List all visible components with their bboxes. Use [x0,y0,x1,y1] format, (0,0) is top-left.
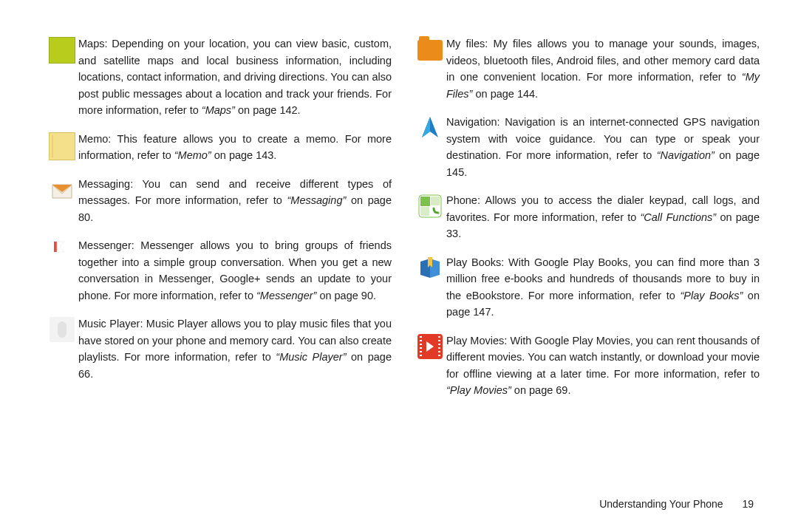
page-number: 19 [742,498,754,510]
svg-marker-4 [422,117,430,137]
cross-reference: “Messenger” [256,290,316,301]
icon-cell [46,176,78,202]
app-entry: Maps: Depending on your location, you ca… [46,35,392,119]
cross-reference: “Call Functions” [641,211,717,223]
app-entry: Phone: Allows you to access the dialer k… [414,192,760,242]
svg-rect-8 [420,207,429,216]
icon-cell [414,192,446,219]
icon-cell [46,316,78,342]
app-description: : My files allows you to manage your sou… [446,38,760,83]
columns: Maps: Depending on your location, you ca… [0,0,798,411]
icon-cell [414,114,446,140]
manual-page: Maps: Depending on your location, you ca… [0,0,798,532]
app-label: Messaging [78,178,130,190]
messenger-icon [50,239,75,264]
maps-icon [49,37,75,64]
entry-text: Memo: This feature allows you to create … [78,131,392,164]
app-entry: Music Player: Music Player allows you to… [46,316,392,382]
app-label: Play Books [446,256,501,268]
cross-reference: “Memo” [174,149,211,161]
icon-cell [414,332,446,359]
cross-reference: “Play Books” [680,290,743,301]
svg-rect-6 [420,197,430,206]
cross-reference: “Navigation” [657,149,715,161]
phone-icon [417,194,443,219]
reference-tail: on page 144. [472,88,538,100]
chapter-title: Understanding Your Phone [599,498,723,510]
entry-text: Messenger: Messenger allows you to bring… [78,237,392,304]
app-label: Navigation [446,116,497,128]
app-label: Phone [446,194,477,206]
app-entry: Messaging: You can send and receive diff… [46,176,392,226]
entry-text: Navigation: Navigation is an internet-co… [446,114,760,180]
folder-icon [417,40,443,61]
entry-text: Messaging: You can send and receive diff… [78,176,392,226]
page-footer: Understanding Your Phone 19 [599,498,754,510]
icon-cell [414,254,446,281]
app-entry: My files: My files allows you to manage … [414,35,760,102]
app-entry: Memo: This feature allows you to create … [46,131,392,164]
cross-reference: “Messaging” [287,194,347,206]
entry-text: Music Player: Music Player allows you to… [78,316,392,382]
left-column: Maps: Depending on your location, you ca… [46,35,392,411]
icon-cell [46,35,78,64]
icon-cell [46,237,78,264]
reference-tail: on page 69. [511,384,571,396]
app-entry: Play Movies: With Google Play Movies, yo… [414,332,760,399]
app-label: Memo [78,133,108,145]
cross-reference: “Maps” [202,104,235,116]
icon-cell [46,131,78,160]
navigation-arrow-icon [417,115,443,140]
entry-text: My files: My files allows you to manage … [446,35,760,102]
cross-reference: “Music Player” [276,351,346,363]
reference-tail: on page 90. [316,290,376,301]
entry-text: Maps: Depending on your location, you ca… [78,35,392,119]
svg-rect-2 [54,242,57,252]
entry-text: Play Movies: With Google Play Movies, yo… [446,332,760,399]
app-label: Music Player [78,318,140,330]
film-icon [417,334,443,359]
music-icon [50,317,75,342]
entry-text: Phone: Allows you to access the dialer k… [446,192,760,242]
app-label: Maps [78,38,104,50]
right-column: My files: My files allows you to manage … [414,35,760,411]
app-label: Messenger [78,239,132,251]
app-entry: Messenger: Messenger allows you to bring… [46,237,392,304]
memo-icon [49,132,75,160]
app-label: My files [446,38,485,50]
app-label: Play Movies [446,335,504,347]
app-entry: Navigation: Navigation is an internet-co… [414,114,760,180]
entry-text: Play Books: With Google Play Books, you … [446,254,760,321]
reference-tail: on page 142. [235,104,301,116]
icon-cell [414,35,446,61]
book-icon [417,256,443,281]
reference-tail: on page 143. [211,149,277,161]
svg-rect-7 [431,197,440,205]
cross-reference: “Play Movies” [446,384,511,396]
envelope-icon [50,177,75,202]
app-entry: Play Books: With Google Play Books, you … [414,254,760,321]
